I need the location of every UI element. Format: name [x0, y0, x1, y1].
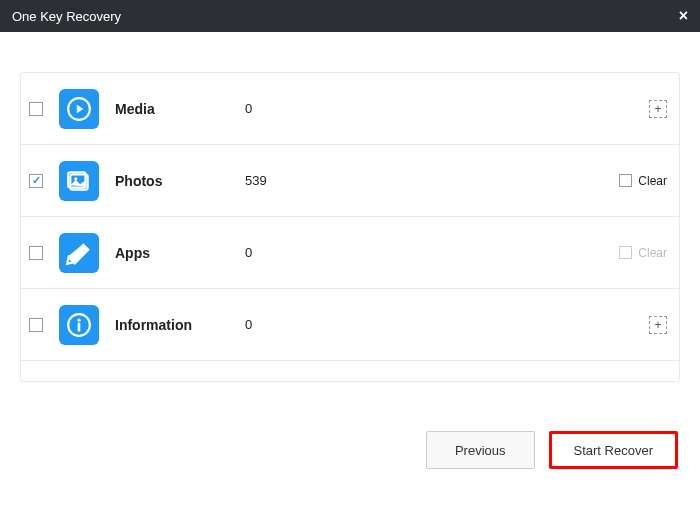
media-icon — [59, 89, 99, 129]
svg-rect-7 — [78, 322, 81, 331]
checkbox-information[interactable] — [29, 318, 43, 332]
category-row-photos: Photos 539 Clear — [21, 145, 679, 217]
start-recover-button[interactable]: Start Recover — [549, 431, 678, 469]
expand-icon[interactable]: + — [649, 100, 667, 118]
clear-label: Clear — [638, 174, 667, 188]
content-area: Media 0 + Photos 539 Clear Apps 0 — [0, 32, 700, 382]
titlebar: One Key Recovery × — [0, 0, 700, 32]
category-label: Media — [115, 101, 245, 117]
checkbox-photos[interactable] — [29, 174, 43, 188]
footer-buttons: Previous Start Recover — [426, 431, 678, 469]
close-icon[interactable]: × — [679, 7, 688, 25]
category-label: Photos — [115, 173, 245, 189]
category-list: Media 0 + Photos 539 Clear Apps 0 — [20, 72, 680, 382]
category-count: 539 — [245, 173, 619, 188]
category-count: 0 — [245, 317, 649, 332]
category-row-information: Information 0 + — [21, 289, 679, 361]
clear-checkbox-photos[interactable] — [619, 174, 632, 187]
checkbox-media[interactable] — [29, 102, 43, 116]
window-title: One Key Recovery — [12, 9, 121, 24]
svg-marker-1 — [77, 104, 84, 113]
category-label: Information — [115, 317, 245, 333]
list-footer-spacer — [21, 361, 679, 381]
clear-checkbox-apps — [619, 246, 632, 259]
svg-point-6 — [77, 318, 80, 321]
category-row-media: Media 0 + — [21, 73, 679, 145]
information-icon — [59, 305, 99, 345]
category-count: 0 — [245, 101, 649, 116]
apps-icon — [59, 233, 99, 273]
photos-icon — [59, 161, 99, 201]
category-row-apps: Apps 0 Clear — [21, 217, 679, 289]
expand-icon[interactable]: + — [649, 316, 667, 334]
category-count: 0 — [245, 245, 619, 260]
checkbox-apps[interactable] — [29, 246, 43, 260]
previous-button[interactable]: Previous — [426, 431, 535, 469]
category-label: Apps — [115, 245, 245, 261]
clear-label: Clear — [638, 246, 667, 260]
